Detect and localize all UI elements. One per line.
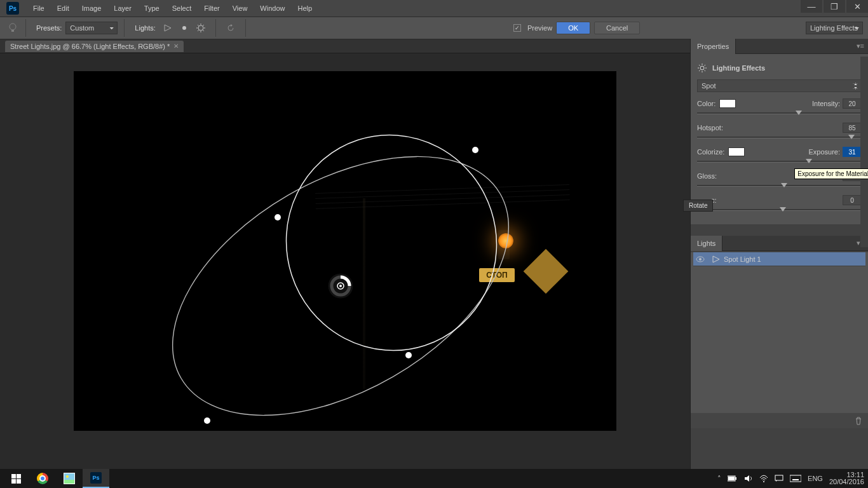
lights-tab[interactable]: Lights	[691, 236, 722, 251]
rotate-tooltip: Rotate	[683, 200, 713, 212]
svg-rect-20	[775, 475, 783, 480]
svg-point-4	[259, 107, 525, 377]
battery-icon[interactable]	[728, 475, 738, 482]
intensity-slider[interactable]	[697, 111, 862, 118]
hotspot-label: Hotspot:	[697, 124, 723, 132]
window-close[interactable]: ✕	[846, 0, 868, 13]
reset-icon[interactable]	[224, 21, 238, 35]
svg-point-13	[700, 66, 704, 70]
action-center-icon[interactable]	[775, 475, 783, 482]
svg-rect-17	[735, 477, 736, 480]
properties-tab[interactable]: Properties	[691, 39, 736, 54]
network-icon[interactable]	[759, 475, 768, 482]
cancel-button[interactable]: Cancel	[594, 22, 640, 34]
workspace: СТОП	[0, 53, 690, 469]
clock[interactable]: 13:11 20/04/2016	[829, 471, 864, 485]
menu-bar: Ps File Edit Image Layer Type Select Fil…	[0, 0, 868, 17]
hotspot-slider[interactable]	[697, 135, 862, 142]
metallic-slider[interactable]	[697, 208, 862, 214]
menu-select[interactable]: Select	[166, 0, 198, 17]
light-list-item[interactable]: Spot Light 1	[693, 252, 865, 266]
lighting-effects-icon	[697, 63, 707, 73]
exposure-value[interactable]: 31	[843, 147, 862, 157]
ok-button[interactable]: OK	[556, 22, 590, 34]
trash-icon[interactable]	[854, 416, 863, 425]
exposure-slider[interactable]	[697, 159, 862, 166]
properties-heading: Lighting Effects	[712, 64, 765, 72]
tab-title: Street Lights.jpg @ 66.7% (Light Effects…	[10, 43, 170, 50]
svg-point-6	[332, 277, 349, 295]
light-type-dropdown[interactable]: Spot▲▼	[697, 79, 862, 92]
taskbar-photoshop[interactable]: Ps	[83, 469, 109, 488]
panel-menu-icon[interactable]: ▾≡	[853, 42, 868, 50]
keyboard-icon[interactable]	[790, 475, 801, 482]
properties-panel: Lighting Effects Spot▲▼ Color: Intensity…	[691, 54, 868, 224]
gloss-label: Gloss:	[697, 172, 717, 180]
app-logo: Ps	[6, 2, 19, 15]
visibility-icon[interactable]	[696, 255, 709, 264]
menu-filter[interactable]: Filter	[198, 0, 226, 17]
system-tray: ˄ ENG 13:11 20/04/2016	[717, 471, 868, 485]
taskbar-chrome[interactable]	[29, 469, 56, 488]
intensity-value[interactable]: 20	[843, 98, 862, 109]
svg-point-8	[339, 285, 342, 287]
amber-light	[498, 233, 513, 248]
light-item-name: Spot Light 1	[724, 255, 761, 263]
colorize-swatch[interactable]	[728, 147, 745, 156]
svg-point-0	[10, 24, 16, 30]
window-restore[interactable]: ❐	[824, 0, 845, 13]
svg-point-19	[763, 481, 764, 482]
preview-label: Preview	[527, 24, 552, 32]
language-indicator[interactable]: ENG	[808, 475, 823, 482]
window-minimize[interactable]: —	[801, 0, 822, 13]
start-button[interactable]	[3, 469, 29, 488]
exposure-tooltip: Exposure for the Material	[794, 168, 868, 179]
menu-help[interactable]: Help	[291, 0, 318, 17]
menu-type[interactable]: Type	[138, 0, 166, 17]
metallic-value[interactable]: 0	[843, 195, 862, 205]
tab-close-icon[interactable]: ✕	[173, 43, 179, 50]
svg-point-11	[405, 352, 412, 358]
light-gizmo[interactable]	[74, 71, 616, 431]
menu-window[interactable]: Window	[254, 0, 291, 17]
panel-scrollbar[interactable]	[860, 57, 868, 247]
presets-dropdown[interactable]: Custom	[65, 22, 118, 34]
svg-point-12	[204, 417, 210, 424]
menu-file[interactable]: File	[27, 0, 51, 17]
hotspot-value[interactable]: 85	[843, 123, 862, 133]
gloss-slider[interactable]	[697, 184, 862, 190]
spot-light-icon[interactable]	[161, 21, 175, 35]
exposure-label: Exposure:	[808, 148, 840, 156]
preview-checkbox[interactable]: ✓	[513, 24, 521, 32]
right-panels: Properties ▾≡ Lighting Effects Spot▲▼ Co…	[690, 39, 868, 469]
presets-label: Presets:	[36, 24, 62, 32]
svg-point-7	[337, 283, 344, 289]
options-bar: Presets: Custom Lights: ✓ Preview OK Can…	[0, 17, 868, 39]
color-label: Color:	[697, 100, 715, 107]
taskbar-photos[interactable]	[56, 469, 83, 488]
menu-image[interactable]: Image	[76, 0, 108, 17]
filter-name-dropdown[interactable]: Lighting Effects	[806, 22, 863, 34]
svg-rect-21	[790, 475, 801, 482]
lights-panel: Spot Light 1	[691, 252, 868, 428]
infinite-light-icon[interactable]	[194, 21, 208, 35]
tray-chevron-icon[interactable]: ˄	[717, 475, 721, 483]
svg-point-9	[472, 147, 478, 153]
volume-icon[interactable]	[744, 475, 753, 482]
lights-label: Lights:	[135, 24, 155, 32]
lights-tab-bar: Lights ▾≡	[691, 236, 868, 251]
svg-point-2	[198, 25, 203, 30]
color-swatch[interactable]	[719, 99, 736, 108]
menu-layer[interactable]: Layer	[107, 0, 138, 17]
tool-icon	[6, 22, 19, 34]
spot-light-item-icon	[709, 255, 724, 264]
menu-view[interactable]: View	[226, 0, 254, 17]
menu-edit[interactable]: Edit	[51, 0, 76, 17]
wires	[315, 184, 569, 194]
canvas[interactable]: СТОП	[74, 71, 616, 431]
document-tab[interactable]: Street Lights.jpg @ 66.7% (Light Effects…	[5, 41, 184, 52]
svg-point-3	[128, 103, 552, 431]
point-light-icon[interactable]	[177, 21, 191, 35]
colorize-label: Colorize:	[697, 148, 724, 156]
svg-point-15	[699, 258, 702, 261]
